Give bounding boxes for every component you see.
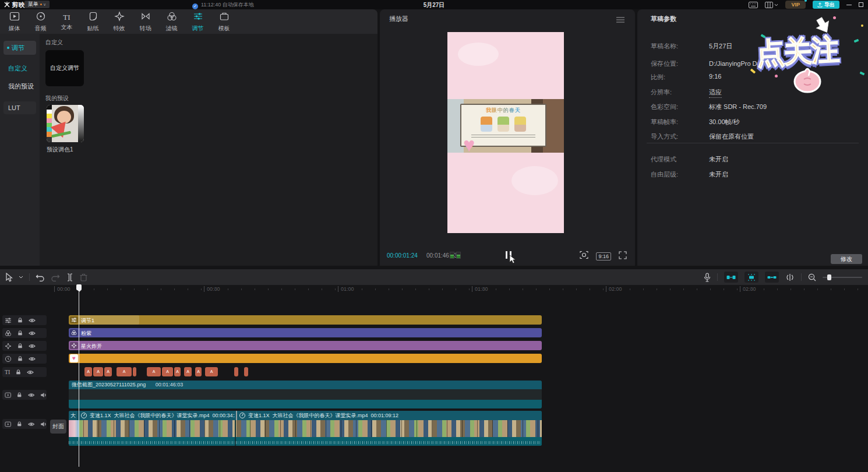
lock-icon[interactable] bbox=[16, 421, 23, 427]
link-preview-toggle[interactable] bbox=[765, 272, 779, 283]
sidebar-item-adjust[interactable]: 调节 bbox=[3, 41, 36, 55]
track-header-filter bbox=[2, 328, 47, 338]
mute-icon[interactable] bbox=[40, 421, 47, 428]
tab-audio[interactable]: 音频 bbox=[27, 9, 54, 34]
lock-icon[interactable] bbox=[17, 317, 23, 323]
delete-button[interactable] bbox=[80, 273, 87, 281]
fullscreen-icon[interactable] bbox=[619, 251, 627, 262]
lock-icon[interactable] bbox=[17, 330, 23, 336]
lock-icon[interactable] bbox=[17, 343, 23, 349]
zoom-out-icon[interactable] bbox=[808, 273, 816, 281]
text-clip[interactable]: A bbox=[147, 367, 161, 376]
layout-switch-button[interactable] bbox=[765, 2, 778, 8]
tab-sticker[interactable]: 贴纸 bbox=[80, 9, 106, 34]
cloud-check-icon: ✓ bbox=[192, 3, 198, 9]
maximize-button[interactable] bbox=[859, 2, 863, 7]
text-clip[interactable]: A bbox=[117, 367, 132, 376]
document-title: 5月27日 bbox=[376, 1, 492, 9]
record-voiceover-button[interactable] bbox=[704, 273, 711, 282]
sidebar-item-custom[interactable]: 自定义 bbox=[0, 64, 40, 73]
text-clip[interactable]: A bbox=[104, 367, 112, 376]
playhead[interactable] bbox=[76, 284, 82, 290]
chevron-down-icon[interactable] bbox=[19, 276, 23, 279]
undo-button[interactable] bbox=[36, 273, 45, 281]
audio-icon bbox=[35, 11, 47, 24]
menu-button[interactable]: 菜单∨ bbox=[24, 1, 50, 8]
text-clip[interactable]: A bbox=[195, 367, 202, 376]
lock-icon[interactable] bbox=[15, 369, 22, 375]
preview-quality-icon[interactable] bbox=[580, 251, 588, 262]
eye-icon[interactable] bbox=[29, 330, 36, 337]
zoom-slider-handle[interactable] bbox=[827, 274, 831, 280]
text-clip[interactable]: A bbox=[84, 367, 92, 376]
eye-icon[interactable] bbox=[28, 392, 34, 399]
text-clip[interactable]: A bbox=[174, 367, 181, 376]
video-preview[interactable]: 我眼中的春天 ♥ bbox=[447, 32, 564, 233]
eye-icon[interactable] bbox=[29, 343, 36, 350]
tab-effects[interactable]: 特效 bbox=[106, 9, 132, 34]
filter-clip[interactable]: 粉紫 bbox=[69, 328, 542, 337]
timeline-zoom-slider[interactable] bbox=[823, 277, 862, 278]
tab-filter[interactable]: 滤镜 bbox=[158, 9, 185, 34]
timeline: 00:00 00:30 01:00 01:30 02:00 02:30 bbox=[0, 285, 868, 472]
playhead-handle[interactable] bbox=[76, 284, 82, 290]
main-track-magnet-toggle[interactable] bbox=[724, 272, 738, 283]
adjust-clip[interactable]: 调节1 bbox=[69, 315, 542, 325]
auto-snap-toggle[interactable] bbox=[744, 272, 758, 283]
param-row: 代理模式未开启 bbox=[651, 155, 860, 164]
sidebar-item-lut[interactable]: LUT bbox=[3, 101, 36, 114]
timeline-ruler[interactable]: 00:00 00:30 01:00 01:30 02:00 02:30 bbox=[0, 285, 868, 294]
text-clip[interactable] bbox=[133, 367, 136, 376]
sticker-clip[interactable]: ♥ bbox=[69, 354, 542, 363]
sidebar-item-my-presets[interactable]: 我的预设 bbox=[0, 82, 40, 91]
tab-media[interactable]: 媒体 bbox=[1, 9, 27, 34]
preset-thumbnail[interactable] bbox=[47, 105, 84, 142]
text-clip[interactable]: A bbox=[205, 367, 218, 376]
minimize-button[interactable] bbox=[846, 5, 852, 5]
track-header-effect bbox=[2, 341, 47, 351]
heart-icon: ♥ bbox=[70, 354, 78, 362]
select-tool-button[interactable] bbox=[5, 273, 13, 282]
modify-button[interactable]: 修改 bbox=[831, 254, 862, 264]
custom-adjust-card[interactable]: 自定义调节 bbox=[45, 50, 84, 86]
eye-icon[interactable] bbox=[29, 355, 36, 362]
library-panel: 媒体 音频 TI文本 贴纸 特效 转场 滤镜 调节 模板 调节 自定义 我的预设… bbox=[0, 9, 377, 266]
text-clip[interactable]: A bbox=[162, 367, 173, 376]
video-track[interactable]: 大 变速1.1X 大班社会《我眼中的春天》课堂实录.mp4 00:00:34:2… bbox=[69, 411, 542, 446]
adjust-track-icon bbox=[5, 317, 12, 324]
text-clip[interactable] bbox=[234, 367, 238, 376]
video-clip-2-label[interactable]: 变速1.1X 大班社会《我眼中的春天》课堂实录.mp4 00:00:34:25 bbox=[79, 411, 235, 420]
ruler-ticks bbox=[54, 288, 868, 290]
ratio-button[interactable]: 9:16 bbox=[596, 252, 611, 260]
tab-template[interactable]: 模板 bbox=[211, 9, 237, 34]
png-clip[interactable]: 微信截图_20230527111025.png 00:01:46:03 bbox=[69, 381, 542, 408]
video-clip-3-label[interactable]: 变速1.1X 大班社会《我眼中的春天》课堂实录.mp4 00:01:09:12 bbox=[236, 411, 542, 420]
text-clip[interactable] bbox=[244, 367, 248, 376]
tab-text[interactable]: TI文本 bbox=[54, 9, 80, 34]
eye-icon[interactable] bbox=[27, 369, 34, 376]
shortcut-keyboard-icon[interactable] bbox=[749, 2, 758, 8]
lock-icon[interactable] bbox=[16, 392, 23, 398]
tab-adjust[interactable]: 调节 bbox=[185, 9, 211, 34]
split-button[interactable] bbox=[66, 273, 74, 281]
video-clip-1-label[interactable]: 大 bbox=[69, 411, 78, 420]
speed-icon bbox=[239, 413, 245, 418]
text-icon: TI bbox=[63, 12, 70, 23]
vip-button[interactable]: VIP bbox=[785, 1, 806, 9]
preview-axis-button[interactable] bbox=[785, 274, 795, 281]
text-clip[interactable]: A bbox=[93, 367, 103, 376]
eye-icon[interactable] bbox=[28, 421, 34, 428]
cover-button[interactable]: 封面 bbox=[50, 420, 66, 434]
player-menu-icon[interactable] bbox=[616, 15, 624, 25]
timeline-toolbar bbox=[0, 269, 868, 285]
png-clip-duration: 00:01:46:03 bbox=[156, 382, 184, 388]
eye-icon[interactable] bbox=[29, 317, 36, 324]
lock-icon[interactable] bbox=[17, 355, 23, 362]
export-button[interactable]: 导出 bbox=[813, 1, 839, 9]
effect-clip[interactable]: 星火炸开 bbox=[69, 341, 542, 350]
text-clip[interactable]: A bbox=[184, 367, 192, 376]
mute-icon[interactable] bbox=[40, 392, 47, 399]
text-track-icon: TI bbox=[5, 369, 10, 375]
redo-button[interactable] bbox=[51, 273, 60, 281]
tab-transition[interactable]: 转场 bbox=[132, 9, 158, 34]
